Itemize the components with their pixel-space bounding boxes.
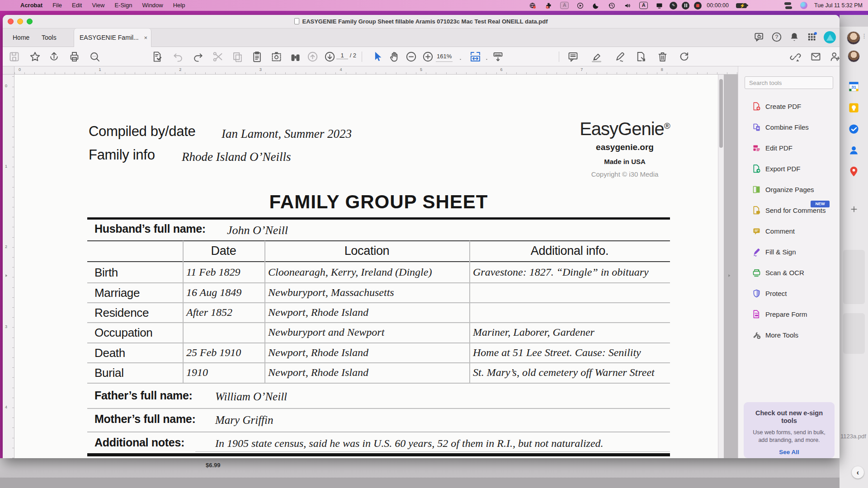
fit-width-icon[interactable] bbox=[469, 51, 481, 63]
search-tools-input[interactable] bbox=[745, 76, 833, 89]
pdf-page[interactable]: Compiled by/dateIan Lamont, Summer 2023F… bbox=[14, 75, 718, 458]
maps-icon[interactable] bbox=[848, 165, 860, 178]
highlighter-icon[interactable] bbox=[590, 51, 603, 63]
tab-document-active[interactable]: EASYGENIE Famil... × bbox=[74, 28, 151, 47]
binoculars-icon[interactable] bbox=[289, 51, 302, 63]
control-center-icon[interactable] bbox=[784, 2, 792, 9]
menu-item-help[interactable]: Help bbox=[168, 2, 190, 9]
history-icon[interactable] bbox=[608, 2, 616, 9]
chevron-down-icon[interactable] bbox=[458, 55, 462, 58]
vertical-scrollbar[interactable] bbox=[718, 75, 724, 458]
tool-item-prepare-form[interactable]: Prepare Form bbox=[738, 305, 840, 323]
menu-bar-clock[interactable]: Tue Jul 11 5:32 PM bbox=[814, 2, 863, 9]
bell-icon[interactable] bbox=[788, 31, 800, 43]
tool-item-fill-sign[interactable]: Fill & Sign bbox=[738, 243, 840, 261]
page-number-input[interactable]: 1 bbox=[336, 52, 348, 59]
collapse-chevron-button[interactable]: ‹ bbox=[852, 466, 864, 479]
save-icon[interactable] bbox=[8, 51, 20, 63]
tab-close-icon[interactable]: × bbox=[144, 28, 147, 47]
search-zoom-icon[interactable] bbox=[89, 51, 101, 63]
panel-expand-arrow-icon[interactable] bbox=[726, 272, 732, 279]
chevron-down-icon[interactable] bbox=[485, 55, 489, 58]
export-page-icon[interactable] bbox=[635, 51, 647, 63]
overflow-menu-icon[interactable]: ⋮ bbox=[861, 35, 867, 37]
keyboard-dim-icon[interactable]: A bbox=[560, 2, 569, 9]
browser-avatar-2[interactable] bbox=[848, 50, 860, 62]
tool-item-more-tools[interactable]: More Tools bbox=[738, 326, 840, 344]
sign-pen-icon[interactable] bbox=[614, 51, 626, 63]
share-icon[interactable] bbox=[48, 51, 60, 63]
undo-icon[interactable] bbox=[172, 51, 184, 63]
extensions-badge-icon[interactable]: 7 bbox=[545, 2, 552, 9]
zoom-out-icon[interactable] bbox=[405, 51, 417, 63]
network-icon[interactable] bbox=[529, 2, 537, 9]
play-circle-icon[interactable] bbox=[576, 2, 584, 9]
zoom-in-icon[interactable] bbox=[422, 51, 434, 63]
volume-icon[interactable] bbox=[624, 2, 632, 9]
print-icon[interactable] bbox=[68, 51, 80, 63]
keep-icon[interactable] bbox=[848, 102, 860, 114]
tool-item-edit-pdf[interactable]: Edit PDF bbox=[738, 139, 840, 157]
snapshot-icon[interactable] bbox=[270, 51, 283, 63]
tool-item-scan-ocr[interactable]: Scan & OCR bbox=[738, 263, 840, 282]
star-icon[interactable] bbox=[29, 51, 41, 63]
tool-item-comment[interactable]: Comment bbox=[738, 222, 840, 240]
add-panel-icon[interactable] bbox=[849, 205, 859, 214]
tool-item-protect[interactable]: Protect bbox=[738, 284, 840, 302]
feedback-icon[interactable] bbox=[753, 31, 765, 43]
input-a-icon[interactable]: A bbox=[639, 2, 648, 9]
contacts-icon[interactable] bbox=[848, 144, 860, 156]
notes-value: In 1905 state census, said he was in U.S… bbox=[215, 437, 604, 450]
siri-icon[interactable] bbox=[800, 2, 807, 9]
mail-icon[interactable] bbox=[810, 51, 822, 63]
title-bar[interactable]: EASYGENIE Family Group Sheet fillable Ar… bbox=[3, 15, 840, 28]
trash-icon[interactable] bbox=[656, 51, 669, 63]
page-number-field[interactable]: 1 / 2 bbox=[336, 52, 356, 59]
comment-note-icon[interactable] bbox=[567, 51, 579, 63]
navpane-expand-arrow-icon[interactable] bbox=[3, 272, 9, 279]
spotlight-search-icon[interactable] bbox=[769, 2, 776, 9]
appgrid-icon[interactable] bbox=[806, 31, 818, 43]
record-stop-icon[interactable] bbox=[694, 2, 702, 9]
page-up-icon[interactable] bbox=[307, 51, 319, 63]
scrollbar-thumb[interactable] bbox=[719, 79, 723, 148]
cloud-account-avatar[interactable] bbox=[824, 31, 836, 43]
record-pause-icon[interactable] bbox=[682, 2, 689, 9]
help-icon[interactable]: ? bbox=[771, 31, 783, 43]
moon-icon[interactable] bbox=[592, 2, 600, 9]
rotate-icon[interactable] bbox=[678, 51, 690, 63]
tool-item-create-pdf[interactable]: Create PDF bbox=[738, 97, 840, 115]
keyboard-down-icon[interactable] bbox=[492, 51, 504, 63]
page-down-icon[interactable] bbox=[324, 51, 336, 63]
menu-item-window[interactable]: Window bbox=[137, 2, 168, 9]
redo-icon[interactable] bbox=[192, 51, 204, 63]
menu-item-view[interactable]: View bbox=[87, 2, 109, 9]
tool-label: Comment bbox=[765, 227, 795, 235]
spellcheck-icon[interactable] bbox=[151, 51, 163, 63]
menu-item-edit[interactable]: Edit bbox=[67, 2, 87, 9]
tasks-icon[interactable] bbox=[848, 123, 860, 135]
display-icon[interactable] bbox=[656, 2, 663, 9]
menu-item-acrobat[interactable]: Acrobat bbox=[15, 2, 47, 9]
tool-item-export-pdf[interactable]: Export PDF bbox=[738, 160, 840, 178]
cursor-icon[interactable] bbox=[372, 51, 384, 63]
browser-avatar[interactable] bbox=[847, 31, 860, 45]
calendar-icon[interactable]: 31 bbox=[848, 80, 860, 93]
menu-item-e-sign[interactable]: E-Sign bbox=[109, 2, 137, 9]
ruler-number: 2 bbox=[179, 67, 181, 72]
tool-item-combine-files[interactable]: Combine Files bbox=[738, 118, 840, 136]
wifi-icon[interactable] bbox=[753, 2, 760, 9]
link-icon[interactable] bbox=[789, 51, 802, 63]
tool-item-organize-pages[interactable]: Organize Pages bbox=[738, 180, 840, 198]
scissors-icon[interactable] bbox=[212, 51, 224, 63]
tab-tools[interactable]: Tools bbox=[35, 28, 63, 47]
menu-item-file[interactable]: File bbox=[47, 2, 67, 9]
record-pencil-icon[interactable]: ✎ bbox=[670, 2, 677, 9]
copy-icon[interactable] bbox=[231, 51, 244, 63]
clipboard-icon[interactable] bbox=[251, 51, 263, 63]
promo-see-all-link[interactable]: See All bbox=[749, 449, 829, 455]
tab-home[interactable]: Home bbox=[6, 28, 36, 47]
hand-icon[interactable] bbox=[388, 51, 401, 63]
zoom-level-value[interactable]: 161% bbox=[436, 53, 453, 62]
person-add-icon[interactable] bbox=[829, 51, 840, 63]
